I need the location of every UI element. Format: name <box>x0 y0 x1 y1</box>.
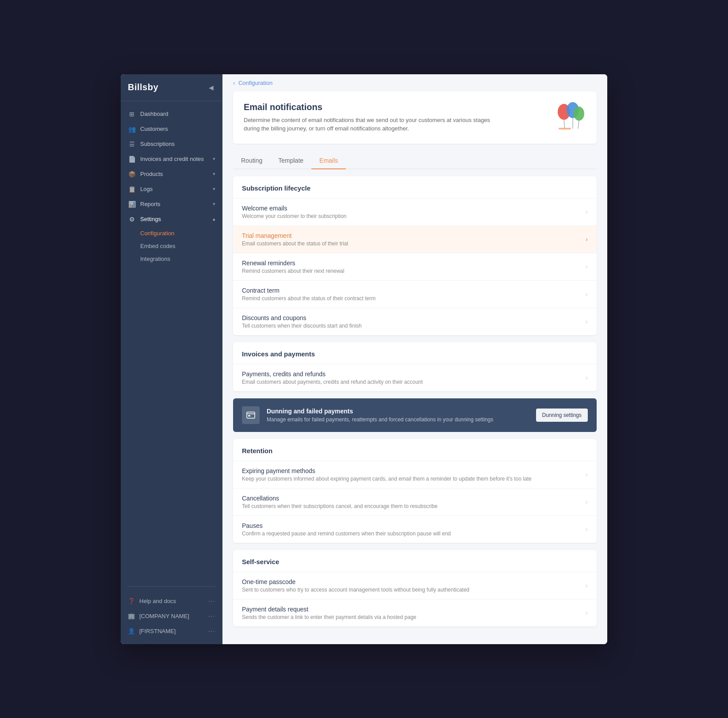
list-item-title: Cancellations <box>242 495 580 502</box>
sidebar-item-invoices[interactable]: 📄 Invoices and credit notes ▾ <box>121 152 222 167</box>
help-label: Help and docs <box>139 598 176 604</box>
sidebar-company-item[interactable]: 🏢 [COMPANY NAME] ··· <box>121 609 222 624</box>
page-title: Email notifications <box>244 102 491 112</box>
breadcrumb-arrow: ‹ <box>233 80 235 86</box>
list-item-desc: Email customers about payments, credits … <box>242 379 580 385</box>
sidebar-item-settings[interactable]: ⚙ Settings ▴ <box>121 212 222 227</box>
list-item-expiring-payment-methods[interactable]: Expiring payment methods Keep your custo… <box>233 461 597 489</box>
list-item-renewal-reminders[interactable]: Renewal reminders Remind customers about… <box>233 253 597 281</box>
sidebar-item-label: Logs <box>140 186 153 192</box>
chevron-right-icon: › <box>586 236 588 243</box>
list-item-title: Payment details request <box>242 606 580 613</box>
dunning-desc: Manage emails for failed payments, reatt… <box>267 416 529 423</box>
chevron-right-icon: › <box>586 290 588 298</box>
company-label: [COMPANY NAME] <box>139 613 189 619</box>
sidebar-item-label: Dashboard <box>140 111 169 117</box>
sidebar: Billsby ◀ ⊞ Dashboard 👥 Customers ☰ Subs… <box>121 74 222 644</box>
list-item-desc: Remind customers about their next renewa… <box>242 268 580 274</box>
sidebar-user-item[interactable]: 👤 [FIRSTNAME] ··· <box>121 624 222 639</box>
section-title-retention: Retention <box>233 439 597 461</box>
chevron-right-icon: › <box>586 582 588 589</box>
list-item-title: Discounts and coupons <box>242 314 580 321</box>
sidebar-item-logs[interactable]: 📋 Logs ▾ <box>121 182 222 197</box>
more-options-icon[interactable]: ··· <box>208 612 215 620</box>
section-title-subscription-lifecycle: Subscription lifecycle <box>233 176 597 199</box>
chevron-right-icon: › <box>586 609 588 616</box>
header-card: Email notifications Determine the conten… <box>233 92 597 144</box>
list-item-desc: Sends the customer a link to enter their… <box>242 614 580 620</box>
sidebar-item-subscriptions[interactable]: ☰ Subscriptions <box>121 137 222 152</box>
tab-template[interactable]: Template <box>270 153 311 169</box>
list-item-cancellations[interactable]: Cancellations Tell customers when their … <box>233 489 597 516</box>
list-item-title: Trial management <box>242 232 580 239</box>
list-item-desc: Welcome your customer to their subscript… <box>242 213 580 219</box>
list-item-welcome-emails[interactable]: Welcome emails Welcome your customer to … <box>233 199 597 226</box>
help-icon: ❓ <box>128 598 135 604</box>
svg-rect-9 <box>248 415 250 416</box>
user-icon: 👤 <box>128 628 135 634</box>
dunning-text: Dunning and failed payments Manage email… <box>267 408 529 423</box>
list-item-discounts-coupons[interactable]: Discounts and coupons Tell customers whe… <box>233 308 597 335</box>
chevron-down-icon: ▾ <box>213 201 215 207</box>
sidebar-collapse-button[interactable]: ◀ <box>207 82 215 93</box>
section-title-invoices-payments: Invoices and payments <box>233 342 597 364</box>
list-item-payments-credits-refunds[interactable]: Payments, credits and refunds Email cust… <box>233 364 597 391</box>
chevron-right-icon: › <box>586 374 588 381</box>
list-item-title: One-time passcode <box>242 578 580 585</box>
chevron-up-icon: ▴ <box>213 216 215 222</box>
sidebar-sub-item-integrations[interactable]: Integrations <box>121 252 222 265</box>
list-item-title: Payments, credits and refunds <box>242 370 580 378</box>
invoices-icon: 📄 <box>128 156 136 163</box>
chevron-right-icon: › <box>586 318 588 325</box>
sidebar-item-label: Subscriptions <box>140 141 175 147</box>
list-item-contract-term[interactable]: Contract term Remind customers about the… <box>233 281 597 308</box>
sidebar-help-item[interactable]: ❓ Help and docs ··· <box>121 594 222 609</box>
sidebar-item-label: Products <box>140 171 163 177</box>
page-description: Determine the content of email notificat… <box>244 116 491 133</box>
more-options-icon[interactable]: ··· <box>208 597 215 605</box>
dunning-icon <box>242 406 260 424</box>
sidebar-item-reports[interactable]: 📊 Reports ▾ <box>121 197 222 212</box>
chevron-right-icon: › <box>586 526 588 533</box>
section-title-self-service: Self-service <box>233 550 597 572</box>
chevron-right-icon: › <box>586 498 588 505</box>
list-item-trial-management[interactable]: Trial management Email customers about t… <box>233 226 597 253</box>
sidebar-item-label: Settings <box>140 216 161 222</box>
sidebar-item-products[interactable]: 📦 Products ▾ <box>121 167 222 182</box>
list-item-title: Welcome emails <box>242 205 580 212</box>
list-item-title: Renewal reminders <box>242 260 580 267</box>
list-item-desc: Sent to customers who try to access acco… <box>242 587 580 593</box>
sidebar-divider <box>128 586 215 587</box>
list-item-title: Pauses <box>242 522 580 529</box>
list-item-pauses[interactable]: Pauses Confirm a requested pause and rem… <box>233 516 597 543</box>
tab-routing[interactable]: Routing <box>233 153 270 169</box>
dunning-settings-button[interactable]: Dunning settings <box>536 409 588 422</box>
dashboard-icon: ⊞ <box>128 111 136 118</box>
chevron-right-icon: › <box>586 208 588 215</box>
list-item-desc: Tell customers when their discounts star… <box>242 323 580 329</box>
sidebar-item-label: Invoices and credit notes <box>140 156 204 162</box>
svg-rect-6 <box>559 128 571 130</box>
list-item-payment-details-request[interactable]: Payment details request Sends the custom… <box>233 600 597 626</box>
customers-icon: 👥 <box>128 126 136 133</box>
sidebar-item-dashboard[interactable]: ⊞ Dashboard <box>121 107 222 122</box>
breadcrumb[interactable]: ‹ Configuration <box>222 74 607 92</box>
sidebar-item-label: Reports <box>140 201 161 207</box>
sidebar-item-label: Customers <box>140 126 168 132</box>
sidebar-header: Billsby ◀ <box>121 74 222 101</box>
tab-emails[interactable]: Emails <box>311 153 346 169</box>
list-item-desc: Keep your customers informed about expir… <box>242 476 580 482</box>
user-label: [FIRSTNAME] <box>139 628 176 634</box>
sidebar-sub-item-configuration[interactable]: Configuration <box>121 227 222 240</box>
header-illustration <box>551 102 586 133</box>
list-item-desc: Email customers about the status of thei… <box>242 241 580 247</box>
list-item-desc: Tell customers when their subscriptions … <box>242 503 580 509</box>
logs-icon: 📋 <box>128 186 136 193</box>
invoices-payments-section: Invoices and payments Payments, credits … <box>233 342 597 391</box>
svg-point-2 <box>574 107 584 121</box>
list-item-one-time-passcode[interactable]: One-time passcode Sent to customers who … <box>233 572 597 600</box>
sidebar-item-customers[interactable]: 👥 Customers <box>121 122 222 137</box>
sidebar-sub-item-embed-codes[interactable]: Embed codes <box>121 240 222 252</box>
more-options-icon[interactable]: ··· <box>208 627 215 635</box>
tabs-bar: Routing Template Emails <box>233 153 597 169</box>
